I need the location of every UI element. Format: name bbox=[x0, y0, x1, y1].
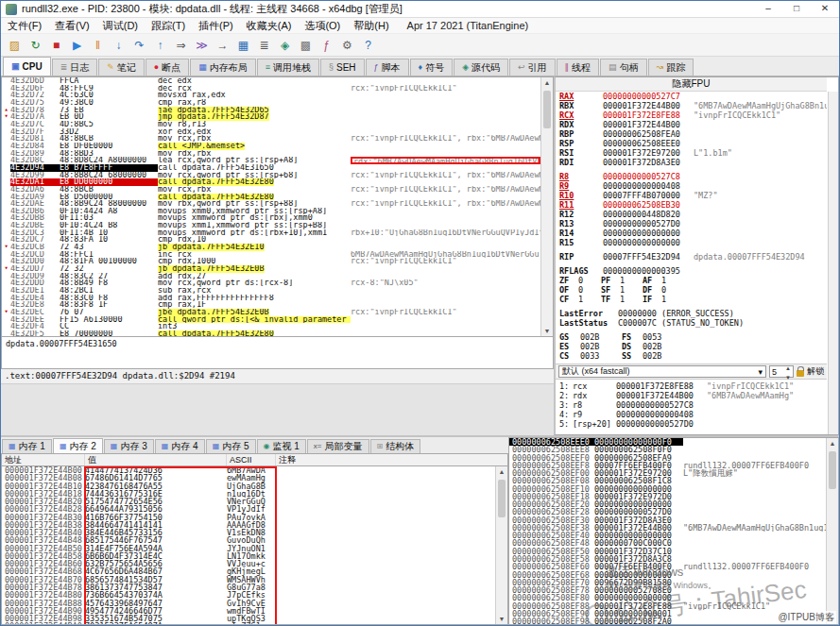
settings-button[interactable]: ⚙ bbox=[337, 36, 357, 55]
dump-row[interactable]: 000001F372E44B904954774246646D77wmdFBwTI bbox=[2, 607, 495, 615]
stack-row[interactable]: 000000062508EEE8000000062508F0F0 bbox=[509, 446, 826, 453]
register-row[interactable]: RAX00000000000527C7 bbox=[556, 92, 827, 101]
calculator-button[interactable]: ▩ bbox=[296, 36, 316, 55]
function-button[interactable]: ƒ bbox=[317, 36, 336, 55]
disasm-row[interactable]: 4E32DBB0F11:03movups xmmword ptr ds:[rbx… bbox=[2, 214, 540, 222]
disasm-row[interactable]: 4E32DBE0F10:4C24 B8movups xmm1,xmmword p… bbox=[2, 222, 540, 229]
disasm-row[interactable]: 4E32DC748:83FA 10cmp rdx,10 bbox=[2, 236, 540, 244]
stack-row[interactable]: 000000062508EF98000000062508F2A0 bbox=[509, 618, 826, 624]
unlock-toggle[interactable]: 解锁 bbox=[797, 365, 824, 378]
disasm-row[interactable]: ▴4E32D7873 EBjae dpdata.7FFF54E32D65 bbox=[2, 107, 540, 114]
flag-name[interactable]: OF bbox=[559, 285, 578, 295]
flag-name[interactable]: SF bbox=[601, 285, 620, 295]
stack-scrollbar[interactable]: ▲ ▼ bbox=[826, 438, 838, 624]
scroll-down-icon[interactable]: ▼ bbox=[827, 614, 838, 624]
menu-item-7[interactable]: 选项(O) bbox=[298, 18, 347, 34]
tab-断点[interactable]: ●断点 bbox=[146, 59, 189, 76]
dump-row[interactable]: 000001F372E44B004144774137424D366MB7AwDA bbox=[2, 466, 495, 474]
disasm-row[interactable]: ▾4E32DEC76 07jbe dpdata.7FFF54E32E0Brcx:… bbox=[2, 309, 540, 316]
menu-item-6[interactable]: 收藏夹(A) bbox=[240, 18, 299, 34]
register-row[interactable]: RBP000000062508FEA0 bbox=[556, 129, 827, 139]
dump-view[interactable]: 000001F372E44B004144774137424D366MB7AwDA… bbox=[1, 465, 508, 625]
register-row[interactable]: R150000000000000000 bbox=[556, 238, 827, 247]
disasm-row[interactable]: 4E32DF4CCint3 bbox=[2, 323, 540, 330]
hide-fpu-button[interactable]: 隐藏FPU bbox=[556, 77, 827, 92]
disasm-row[interactable]: ▾4E32DD772 32jb dpdata.7FFF54E32E0B bbox=[2, 265, 540, 273]
disasm-row[interactable]: 4E32DA1E8 DD000000call dpdata.7FFF54E32E… bbox=[2, 178, 540, 186]
stack-row[interactable]: 000000062508EF680000000000000000 bbox=[509, 571, 826, 579]
register-row[interactable]: R1000007FFF4B070000"MZ?" bbox=[556, 191, 827, 200]
registers-scrollbar[interactable] bbox=[828, 92, 838, 434]
dump-tab-结构体[interactable]: ⊞结构体 bbox=[370, 439, 421, 453]
register-row[interactable]: R11000000062508EB30 bbox=[556, 200, 827, 210]
disasm-row[interactable]: 4E32D6F48:FFC9dec rcxrcx:"ivnpFrICQCEkk1… bbox=[2, 85, 540, 93]
disasm-row[interactable]: 4E32DCD48:FFC1inc rcx6MB7AwDAewMAamHgUjG… bbox=[2, 251, 540, 259]
disasm-row[interactable]: 4E32D6DFFCAdec edx bbox=[2, 77, 540, 85]
argument-row[interactable]: 1:rcx000001F372E8FE88"ivnpFrICQCEkk1C1" bbox=[556, 381, 827, 391]
register-row[interactable]: RDX000001F372E44B00 bbox=[556, 120, 827, 129]
dump-row[interactable]: 000001F372E44B205175474772654E56VNerGGuQ bbox=[2, 498, 495, 505]
flag-name[interactable]: DF bbox=[643, 285, 661, 295]
stack-row[interactable]: 000000062508EF2800000000000527D0 bbox=[509, 508, 826, 516]
stack-row[interactable]: 000000062508EF700096672D99B81580 bbox=[509, 579, 826, 586]
stack-row[interactable]: 000000062508EEF800007FF6EFB400F0rundll13… bbox=[509, 462, 826, 469]
menu-item-4[interactable]: 跟踪(T) bbox=[145, 18, 192, 34]
stack-row[interactable]: 000000062508EF88000001F372E8FE88"ivnpFrI… bbox=[509, 602, 826, 610]
scrollbar-thumb[interactable] bbox=[498, 480, 506, 517]
dump-tab-监视 1[interactable]: ◉监视 1 bbox=[257, 439, 306, 453]
scroll-down-icon[interactable]: ▼ bbox=[496, 614, 507, 624]
stack-row[interactable]: 000000062508EEF0000000062508EFA9 bbox=[509, 454, 826, 462]
disasm-row[interactable]: 4E32D8948:8BD3mov rdx,rbx bbox=[2, 150, 540, 158]
restart-button[interactable]: ↻ bbox=[26, 36, 45, 55]
disasm-row[interactable]: 4E32DD948:83C2 27add rdx,27 bbox=[2, 273, 540, 280]
step-out-button[interactable]: ↑ bbox=[150, 36, 170, 55]
menu-item-1[interactable]: 文件(F) bbox=[1, 18, 48, 34]
disasm-row[interactable]: 4E32DE448:83C0 F8add rax,FFFFFFFFFFFFFFF… bbox=[2, 295, 540, 302]
stop-button[interactable]: ■ bbox=[46, 36, 66, 55]
flag-name[interactable]: PF bbox=[601, 276, 620, 285]
tab-脚本[interactable]: ƒ脚本 bbox=[366, 59, 409, 76]
stack-row[interactable]: 000000062508EF08000000062508F1C8 bbox=[509, 477, 826, 484]
disasm-row[interactable]: 4E32DE148:2BC1sub rax,rcx bbox=[2, 287, 540, 295]
register-row[interactable]: RFLAGS0000000000000395 bbox=[556, 266, 827, 276]
open-file-button[interactable]: ▨ bbox=[5, 36, 25, 55]
flag-name[interactable]: TF bbox=[601, 295, 620, 304]
scroll-down-icon[interactable]: ▼ bbox=[541, 326, 553, 336]
dump-row[interactable]: 000001F372E44B98335351674B547075upTKgQS3 bbox=[2, 615, 495, 622]
tab-调用堆栈[interactable]: ≡调用堆栈 bbox=[257, 59, 319, 76]
stack-row[interactable]: 000000062508EEE000000000000000F0 bbox=[509, 438, 826, 446]
step-into-button[interactable]: ↓ bbox=[109, 36, 129, 55]
menu-item-3[interactable]: 调试(D) bbox=[96, 18, 145, 34]
disassembly-view[interactable]: 4E32D6DFFCAdec edx4E32D6F48:FFC9dec rcxr… bbox=[1, 76, 554, 337]
stack-row[interactable]: 000000062508EF200000000000000000 bbox=[509, 500, 826, 508]
disasm-row[interactable]: 4E32DAE48:8B9C24 88000000mov rbx,qword p… bbox=[2, 200, 540, 208]
menu-item-2[interactable]: 查看(V) bbox=[48, 18, 96, 34]
argument-row[interactable]: 5:[rsp+20]00000000000527D0 bbox=[556, 419, 827, 429]
dump-row[interactable]: 000001F372E44B48685175446F767547GuvoDuQh bbox=[2, 536, 495, 544]
tab-源代码[interactable]: ◈源代码 bbox=[454, 59, 508, 76]
stack-panel[interactable]: 000000062508EEE000000000000000F000000006… bbox=[508, 437, 839, 625]
run-to-cursor-button[interactable]: ⇒ bbox=[171, 36, 191, 55]
run-button[interactable]: ▶ bbox=[67, 36, 87, 55]
dump-row[interactable]: 000001F372E44B383844664741414141AAAAGfD8 bbox=[2, 521, 495, 529]
dump-row[interactable]: 000001F372E44B0867486D61414D7765ewMAamHg bbox=[2, 474, 495, 482]
argument-row[interactable]: 2:rdx000001F372E44B00"6MB7AwDAewMAamHg" bbox=[556, 391, 827, 400]
pause-button[interactable]: ‖ bbox=[88, 36, 108, 55]
maximize-button[interactable]: □ bbox=[782, 1, 811, 17]
tab-线程[interactable]: ∥线程 bbox=[557, 59, 600, 76]
dump-row[interactable]: 000001F372E44B104238476168476A55UjGhaG8B bbox=[2, 482, 495, 490]
flag-name[interactable]: ZF bbox=[559, 276, 578, 285]
spinner-arrows[interactable]: ▲▼ bbox=[785, 363, 791, 381]
dump-header-address[interactable]: 地址 bbox=[2, 454, 85, 465]
memory-map-button[interactable]: ▦ bbox=[233, 36, 253, 55]
tab-CPU[interactable]: ▣CPU bbox=[3, 57, 51, 76]
stack-row[interactable]: 000000062508EF58000001F372D8A3C8 bbox=[509, 555, 826, 563]
disasm-row[interactable]: ▾4E32DCB72 43jb dpdata.7FFF54E32E10 bbox=[2, 244, 540, 251]
scroll-up-icon[interactable]: ▲ bbox=[496, 466, 507, 477]
dump-tab-内存 2[interactable]: ▦内存 2 bbox=[53, 438, 103, 453]
dump-row[interactable]: 000001F372E44B783861373747753847G8uG77a8 bbox=[2, 584, 495, 591]
dump-row[interactable]: 000001F372E44B30416B766F37754150PAu7ovkA bbox=[2, 514, 495, 521]
argument-row[interactable]: 3:r800000000000527C8 bbox=[556, 400, 827, 410]
dump-row[interactable]: 000001F372E44B40384E446B45733156V1sEkDN8 bbox=[2, 529, 495, 536]
flag-name[interactable]: CF bbox=[559, 295, 578, 304]
